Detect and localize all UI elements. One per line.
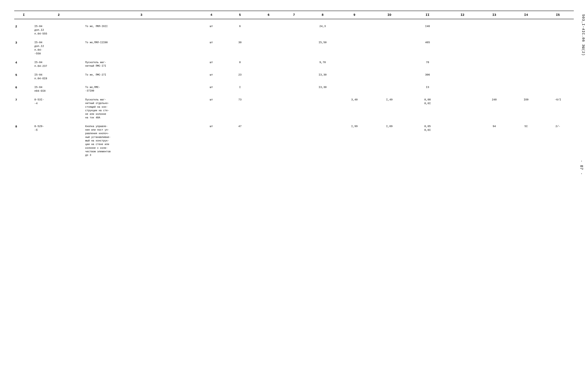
- cell-r1-c4: шт: [199, 19, 224, 39]
- cell-r3-c5: 8: [224, 59, 256, 71]
- cell-r2-c6: [256, 39, 281, 59]
- cell-r4-c13: [478, 71, 510, 84]
- cell-r3-c9: [339, 59, 370, 71]
- cell-r6-c1: 7: [14, 96, 33, 123]
- cell-r6-c11: 0,080,0I: [409, 96, 447, 123]
- cell-r4-c12: [447, 71, 479, 84]
- cell-r4-c3: То же, ПМС-27I: [84, 71, 199, 84]
- cell-r6-c15: -6/I: [542, 96, 574, 123]
- cell-r1-c13: [478, 19, 510, 39]
- cell-r4-c4: шт: [199, 71, 224, 84]
- cell-r3-c14: [510, 59, 542, 71]
- col-header-6: 6: [256, 11, 281, 19]
- cell-r7-c5: 47: [224, 123, 256, 160]
- cell-r2-c2: I5-04доп.I2п.04--550: [33, 39, 84, 59]
- cell-r4-c10: [370, 71, 409, 84]
- cell-r7-c8: [307, 123, 339, 160]
- table-row: 88-529--бКнопка управле-ния или пост уп-…: [14, 123, 574, 160]
- col-header-1: I: [14, 11, 33, 19]
- cell-r7-c1: 8: [14, 123, 33, 160]
- cell-r4-c11: 306: [409, 71, 447, 84]
- cell-r6-c5: 73: [224, 96, 256, 123]
- cell-r3-c13: [478, 59, 510, 71]
- cell-r5-c1: 6: [14, 84, 33, 96]
- col-header-2: 2: [33, 11, 84, 19]
- cell-r2-c1: 3: [14, 39, 33, 59]
- cell-r4-c1: 5: [14, 71, 33, 84]
- cell-r3-c8: 9,70: [307, 59, 339, 71]
- cell-r2-c3: То же,ПМЛ-I2I00: [84, 39, 199, 59]
- cell-r7-c12: [447, 123, 479, 160]
- header-row: I 2 3 4 5 6 7 8 9 IO II I2 I3 I4 I5: [14, 11, 574, 19]
- cell-r5-c13: [478, 84, 510, 96]
- cell-r6-c3: Пускатель маг-нитный отдельно-стоящий на…: [84, 96, 199, 123]
- cell-r3-c2: I5-04п.04-237: [33, 59, 84, 71]
- col-header-13: I3: [478, 11, 510, 19]
- cell-r7-c4: шт: [199, 123, 224, 160]
- cell-r2-c10: [370, 39, 409, 59]
- cell-r5-c3: То же,ПМС--37I00: [84, 84, 199, 96]
- table-row: 5I5-04п.04-OI8То же, ПМС-27Iшт23I3,30306: [14, 71, 574, 84]
- cell-r3-c15: [542, 59, 574, 71]
- cell-r1-c3: То же, ПМЛ-I6II: [84, 19, 199, 39]
- cell-r3-c10: [370, 59, 409, 71]
- cell-r5-c2: I5-04п04-OI8: [33, 84, 84, 96]
- cell-r5-c12: [447, 84, 479, 96]
- cell-r2-c4: шт: [199, 39, 224, 59]
- cell-r1-c12: [447, 19, 479, 39]
- cell-r1-c1: 2: [14, 19, 33, 39]
- page-container: 503_I-4IC.86 ЭШ(2) · 87 · I 2 3 4: [0, 0, 588, 378]
- cell-r1-c14: [510, 19, 542, 39]
- cell-r1-c5: 6: [224, 19, 256, 39]
- cell-r3-c7: [281, 59, 307, 71]
- col-header-8: 8: [307, 11, 339, 19]
- side-label-top: 503_I-4IC.86 ЭШ(2): [581, 14, 585, 56]
- side-label-bottom: · 87 ·: [579, 160, 584, 175]
- cell-r2-c13: [478, 39, 510, 59]
- cell-r6-c7: [281, 96, 307, 123]
- cell-r6-c2: 8-53I--4: [33, 96, 84, 123]
- cell-r1-c2: I5-04доп.I2п.04-555: [33, 19, 84, 39]
- table-row: 78-53I--4Пускатель маг-нитный отдельно-с…: [14, 96, 574, 123]
- cell-r7-c11: 0,050,0I: [409, 123, 447, 160]
- cell-r7-c14: 5I: [510, 123, 542, 160]
- cell-r1-c7: [281, 19, 307, 39]
- cell-r7-c2: 8-529--б: [33, 123, 84, 160]
- cell-r4-c15: [542, 71, 574, 84]
- cell-r1-c8: 24,3: [307, 19, 339, 39]
- cell-r2-c11: 465: [409, 39, 447, 59]
- main-table: I 2 3 4 5 6 7 8 9 IO II I2 I3 I4 I5 2I5-…: [14, 11, 574, 160]
- cell-r5-c7: [281, 84, 307, 96]
- table-row: 6I5-04п04-OI8То же,ПМС--37I00штII3,30I3: [14, 84, 574, 96]
- col-header-14: I4: [510, 11, 542, 19]
- cell-r5-c4: шт: [199, 84, 224, 96]
- col-header-3: 3: [84, 11, 199, 19]
- cell-r5-c10: [370, 84, 409, 96]
- cell-r4-c7: [281, 71, 307, 84]
- cell-r3-c11: 78: [409, 59, 447, 71]
- cell-r7-c10: I,09: [370, 123, 409, 160]
- cell-r5-c6: [256, 84, 281, 96]
- cell-r1-c11: I46: [409, 19, 447, 39]
- cell-r6-c4: шт: [199, 96, 224, 123]
- cell-r4-c9: [339, 71, 370, 84]
- table-row: 4I5-04п.04-237Пускатель маг-нитный ПМС-I…: [14, 59, 574, 71]
- cell-r3-c6: [256, 59, 281, 71]
- cell-r2-c12: [447, 39, 479, 59]
- col-header-15: I5: [542, 11, 574, 19]
- cell-r4-c6: [256, 71, 281, 84]
- cell-r6-c14: IO9: [510, 96, 542, 123]
- col-header-12: I2: [447, 11, 479, 19]
- cell-r6-c13: 248: [478, 96, 510, 123]
- cell-r4-c2: I5-04п.04-OI8: [33, 71, 84, 84]
- cell-r1-c15: [542, 19, 574, 39]
- cell-r5-c14: [510, 84, 542, 96]
- table-row: 3I5-04доп.I2п.04--550То же,ПМЛ-I2I00шт30…: [14, 39, 574, 59]
- cell-r3-c3: Пускатель маг-нитный ПМС-I7I: [84, 59, 199, 71]
- cell-r4-c14: [510, 71, 542, 84]
- col-header-11: II: [409, 11, 447, 19]
- cell-r7-c13: 94: [478, 123, 510, 160]
- cell-r2-c9: [339, 39, 370, 59]
- cell-r6-c9: 3,40: [339, 96, 370, 123]
- cell-r1-c10: [370, 19, 409, 39]
